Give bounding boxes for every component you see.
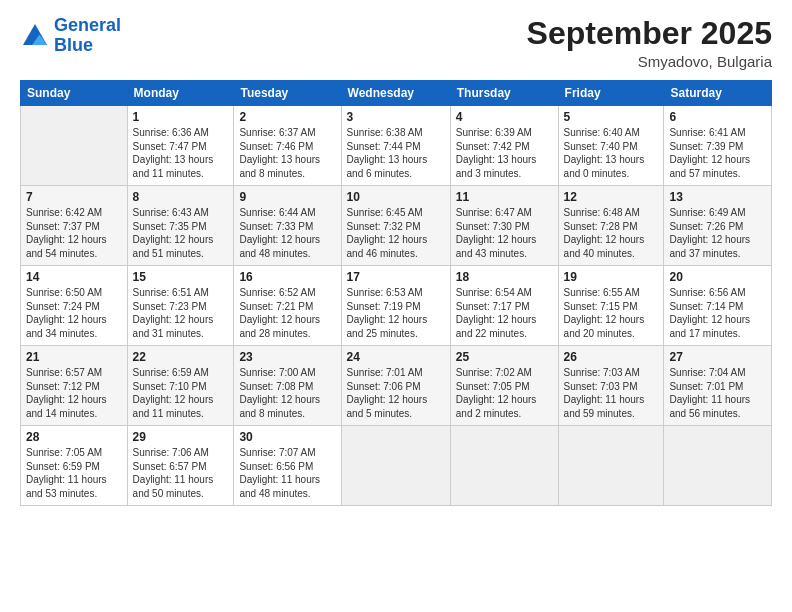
day-number: 30 [239, 430, 335, 444]
day-number: 20 [669, 270, 766, 284]
calendar-week-row: 21Sunrise: 6:57 AMSunset: 7:12 PMDayligh… [21, 346, 772, 426]
logo: General Blue [20, 16, 121, 56]
calendar-cell [450, 426, 558, 506]
calendar-cell: 17Sunrise: 6:53 AMSunset: 7:19 PMDayligh… [341, 266, 450, 346]
day-info: Sunrise: 6:38 AMSunset: 7:44 PMDaylight:… [347, 126, 445, 180]
day-info: Sunrise: 6:45 AMSunset: 7:32 PMDaylight:… [347, 206, 445, 260]
location: Smyadovo, Bulgaria [527, 53, 772, 70]
calendar-cell: 15Sunrise: 6:51 AMSunset: 7:23 PMDayligh… [127, 266, 234, 346]
weekday-header: Tuesday [234, 81, 341, 106]
calendar-table: SundayMondayTuesdayWednesdayThursdayFrid… [20, 80, 772, 506]
calendar-cell: 14Sunrise: 6:50 AMSunset: 7:24 PMDayligh… [21, 266, 128, 346]
calendar-cell: 18Sunrise: 6:54 AMSunset: 7:17 PMDayligh… [450, 266, 558, 346]
day-info: Sunrise: 6:41 AMSunset: 7:39 PMDaylight:… [669, 126, 766, 180]
calendar-cell: 10Sunrise: 6:45 AMSunset: 7:32 PMDayligh… [341, 186, 450, 266]
calendar-cell: 30Sunrise: 7:07 AMSunset: 6:56 PMDayligh… [234, 426, 341, 506]
day-info: Sunrise: 6:44 AMSunset: 7:33 PMDaylight:… [239, 206, 335, 260]
day-info: Sunrise: 6:54 AMSunset: 7:17 PMDaylight:… [456, 286, 553, 340]
calendar-cell: 23Sunrise: 7:00 AMSunset: 7:08 PMDayligh… [234, 346, 341, 426]
calendar-cell: 6Sunrise: 6:41 AMSunset: 7:39 PMDaylight… [664, 106, 772, 186]
day-number: 13 [669, 190, 766, 204]
day-info: Sunrise: 6:42 AMSunset: 7:37 PMDaylight:… [26, 206, 122, 260]
day-number: 23 [239, 350, 335, 364]
weekday-header: Friday [558, 81, 664, 106]
day-number: 24 [347, 350, 445, 364]
day-number: 17 [347, 270, 445, 284]
calendar-week-row: 1Sunrise: 6:36 AMSunset: 7:47 PMDaylight… [21, 106, 772, 186]
calendar-cell: 4Sunrise: 6:39 AMSunset: 7:42 PMDaylight… [450, 106, 558, 186]
calendar-cell: 26Sunrise: 7:03 AMSunset: 7:03 PMDayligh… [558, 346, 664, 426]
calendar-cell: 19Sunrise: 6:55 AMSunset: 7:15 PMDayligh… [558, 266, 664, 346]
calendar-cell: 28Sunrise: 7:05 AMSunset: 6:59 PMDayligh… [21, 426, 128, 506]
day-info: Sunrise: 6:57 AMSunset: 7:12 PMDaylight:… [26, 366, 122, 420]
day-number: 11 [456, 190, 553, 204]
day-number: 5 [564, 110, 659, 124]
day-info: Sunrise: 7:07 AMSunset: 6:56 PMDaylight:… [239, 446, 335, 500]
day-number: 14 [26, 270, 122, 284]
calendar-cell: 5Sunrise: 6:40 AMSunset: 7:40 PMDaylight… [558, 106, 664, 186]
day-number: 18 [456, 270, 553, 284]
calendar-cell: 27Sunrise: 7:04 AMSunset: 7:01 PMDayligh… [664, 346, 772, 426]
day-info: Sunrise: 6:49 AMSunset: 7:26 PMDaylight:… [669, 206, 766, 260]
day-info: Sunrise: 7:05 AMSunset: 6:59 PMDaylight:… [26, 446, 122, 500]
calendar-cell: 22Sunrise: 6:59 AMSunset: 7:10 PMDayligh… [127, 346, 234, 426]
day-number: 6 [669, 110, 766, 124]
weekday-header: Sunday [21, 81, 128, 106]
day-info: Sunrise: 6:51 AMSunset: 7:23 PMDaylight:… [133, 286, 229, 340]
day-info: Sunrise: 6:52 AMSunset: 7:21 PMDaylight:… [239, 286, 335, 340]
day-number: 16 [239, 270, 335, 284]
calendar-cell: 3Sunrise: 6:38 AMSunset: 7:44 PMDaylight… [341, 106, 450, 186]
day-number: 26 [564, 350, 659, 364]
day-info: Sunrise: 7:06 AMSunset: 6:57 PMDaylight:… [133, 446, 229, 500]
day-number: 21 [26, 350, 122, 364]
day-info: Sunrise: 7:00 AMSunset: 7:08 PMDaylight:… [239, 366, 335, 420]
calendar-week-row: 7Sunrise: 6:42 AMSunset: 7:37 PMDaylight… [21, 186, 772, 266]
calendar-cell: 2Sunrise: 6:37 AMSunset: 7:46 PMDaylight… [234, 106, 341, 186]
day-info: Sunrise: 6:50 AMSunset: 7:24 PMDaylight:… [26, 286, 122, 340]
weekday-header: Saturday [664, 81, 772, 106]
day-number: 22 [133, 350, 229, 364]
calendar-cell: 16Sunrise: 6:52 AMSunset: 7:21 PMDayligh… [234, 266, 341, 346]
calendar-cell [341, 426, 450, 506]
day-info: Sunrise: 6:53 AMSunset: 7:19 PMDaylight:… [347, 286, 445, 340]
calendar-cell [664, 426, 772, 506]
day-number: 2 [239, 110, 335, 124]
day-number: 7 [26, 190, 122, 204]
calendar-cell: 1Sunrise: 6:36 AMSunset: 7:47 PMDaylight… [127, 106, 234, 186]
weekday-header: Monday [127, 81, 234, 106]
calendar-week-row: 28Sunrise: 7:05 AMSunset: 6:59 PMDayligh… [21, 426, 772, 506]
day-number: 12 [564, 190, 659, 204]
day-number: 3 [347, 110, 445, 124]
day-info: Sunrise: 7:01 AMSunset: 7:06 PMDaylight:… [347, 366, 445, 420]
day-info: Sunrise: 6:59 AMSunset: 7:10 PMDaylight:… [133, 366, 229, 420]
month-title: September 2025 [527, 16, 772, 51]
day-info: Sunrise: 7:03 AMSunset: 7:03 PMDaylight:… [564, 366, 659, 420]
day-number: 28 [26, 430, 122, 444]
calendar-cell [558, 426, 664, 506]
calendar-cell: 25Sunrise: 7:02 AMSunset: 7:05 PMDayligh… [450, 346, 558, 426]
calendar-cell: 8Sunrise: 6:43 AMSunset: 7:35 PMDaylight… [127, 186, 234, 266]
day-info: Sunrise: 7:04 AMSunset: 7:01 PMDaylight:… [669, 366, 766, 420]
day-info: Sunrise: 6:36 AMSunset: 7:47 PMDaylight:… [133, 126, 229, 180]
day-number: 19 [564, 270, 659, 284]
day-info: Sunrise: 7:02 AMSunset: 7:05 PMDaylight:… [456, 366, 553, 420]
weekday-header: Thursday [450, 81, 558, 106]
calendar-header-row: SundayMondayTuesdayWednesdayThursdayFrid… [21, 81, 772, 106]
day-number: 1 [133, 110, 229, 124]
calendar-cell: 7Sunrise: 6:42 AMSunset: 7:37 PMDaylight… [21, 186, 128, 266]
day-info: Sunrise: 6:56 AMSunset: 7:14 PMDaylight:… [669, 286, 766, 340]
day-info: Sunrise: 6:47 AMSunset: 7:30 PMDaylight:… [456, 206, 553, 260]
day-number: 9 [239, 190, 335, 204]
calendar-cell: 9Sunrise: 6:44 AMSunset: 7:33 PMDaylight… [234, 186, 341, 266]
calendar-cell: 21Sunrise: 6:57 AMSunset: 7:12 PMDayligh… [21, 346, 128, 426]
day-info: Sunrise: 6:48 AMSunset: 7:28 PMDaylight:… [564, 206, 659, 260]
title-area: September 2025 Smyadovo, Bulgaria [527, 16, 772, 70]
day-number: 15 [133, 270, 229, 284]
day-info: Sunrise: 6:39 AMSunset: 7:42 PMDaylight:… [456, 126, 553, 180]
weekday-header: Wednesday [341, 81, 450, 106]
calendar-cell: 12Sunrise: 6:48 AMSunset: 7:28 PMDayligh… [558, 186, 664, 266]
day-info: Sunrise: 6:55 AMSunset: 7:15 PMDaylight:… [564, 286, 659, 340]
page: General Blue September 2025 Smyadovo, Bu… [0, 0, 792, 612]
logo-text: General Blue [54, 16, 121, 56]
logo-icon [20, 21, 50, 51]
